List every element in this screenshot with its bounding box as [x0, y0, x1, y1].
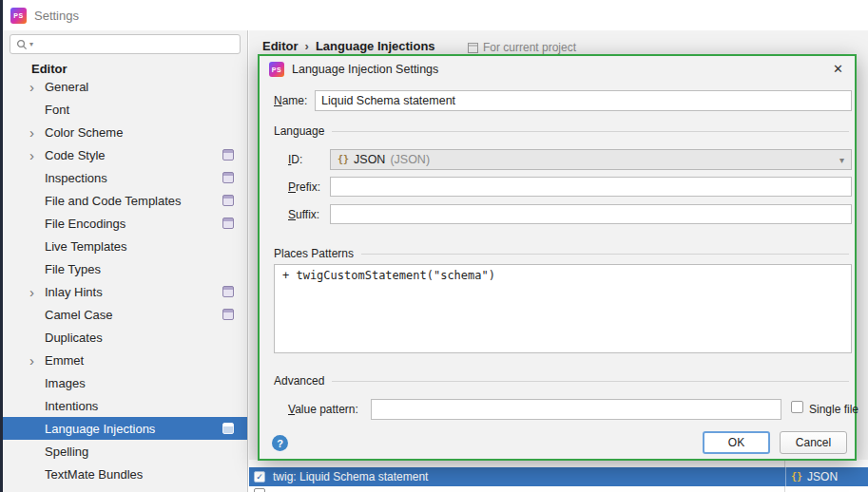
sidebar-item-inlay-hints[interactable]: ›Inlay Hints	[3, 280, 247, 303]
single-file-label: Single file	[809, 403, 858, 416]
close-icon[interactable]: ✕	[833, 62, 843, 76]
sidebar-item-duplicates[interactable]: Duplicates	[3, 326, 247, 349]
phpstorm-logo-icon: PS	[10, 8, 27, 24]
breadcrumb-separator-icon: ›	[305, 39, 309, 53]
cancel-button[interactable]: Cancel	[780, 431, 847, 454]
help-icon[interactable]: ?	[272, 435, 288, 451]
places-patterns-group-header: Places Patterns	[274, 247, 849, 260]
sidebar-item-label: TextMate Bundles	[45, 467, 234, 482]
column-divider	[784, 460, 785, 467]
sidebar-item-file-types[interactable]: File Types	[3, 257, 247, 280]
project-settings-icon	[222, 309, 234, 320]
sidebar-item-label: General	[45, 80, 234, 94]
column-divider	[784, 486, 785, 492]
breadcrumb-editor[interactable]: Editor	[262, 39, 299, 53]
scope-indicator: For current project	[468, 41, 576, 54]
injection-language-label: JSON	[807, 470, 838, 483]
places-patterns-editor[interactable]: + twigCustomStatement("schema")	[274, 264, 852, 353]
sidebar-item-label: File and Code Templates	[45, 194, 222, 208]
project-settings-icon	[222, 195, 234, 206]
name-label: Name:	[274, 94, 307, 107]
sidebar-item-code-style[interactable]: ›Code Style	[3, 143, 247, 166]
phpstorm-logo-icon: PS	[269, 62, 284, 77]
single-file-checkbox[interactable]	[791, 401, 803, 413]
id-label: ID:	[288, 153, 302, 166]
window-title: Settings	[34, 9, 79, 23]
value-pattern-input[interactable]	[371, 399, 781, 420]
sidebar-item-label: Spelling	[45, 445, 234, 459]
sidebar-item-emmet[interactable]: ›Emmet	[3, 349, 247, 371]
sidebar-item-font[interactable]: Font	[3, 98, 247, 121]
sidebar-item-label: Font	[45, 103, 234, 117]
project-settings-icon	[222, 218, 234, 229]
injection-row-selected[interactable]: ✓ twig: Liquid Schema statement {} JSON	[249, 467, 868, 486]
breadcrumb-language-injections: Language Injections	[316, 39, 435, 53]
chevron-right-icon[interactable]: ›	[29, 285, 45, 299]
sidebar-item-color-scheme[interactable]: ›Color Scheme	[3, 121, 247, 143]
sidebar-item-todo[interactable]: TODO	[3, 485, 247, 492]
chevron-right-icon[interactable]: ›	[29, 80, 45, 94]
group-divider	[361, 254, 849, 255]
injection-row-partial-bottom	[249, 486, 868, 492]
places-patterns-group-label: Places Patterns	[274, 247, 354, 260]
sidebar-section-editor[interactable]: Editor	[31, 62, 247, 77]
scope-label: For current project	[483, 41, 576, 54]
settings-search-input[interactable]: ▾	[10, 34, 241, 54]
sidebar-item-label: Camel Case	[45, 308, 222, 322]
sidebar-item-label: Emmet	[45, 353, 234, 368]
json-icon: {}	[791, 472, 802, 482]
language-id-value: JSON	[354, 153, 385, 166]
dialog-title: Language Injection Settings	[292, 63, 438, 76]
sidebar-item-images[interactable]: Images	[3, 371, 247, 394]
sidebar-item-file-encodings[interactable]: File Encodings	[3, 212, 247, 235]
sidebar-item-label: Code Style	[45, 148, 222, 162]
project-settings-icon	[222, 149, 234, 161]
breadcrumb: Editor › Language Injections	[262, 39, 435, 53]
sidebar-item-inspections[interactable]: Inspections	[3, 166, 247, 189]
checkbox-checked-icon[interactable]: ✓	[254, 471, 265, 483]
sidebar-item-label: File Types	[45, 262, 234, 276]
sidebar-item-label: Inlay Hints	[45, 285, 222, 299]
suffix-input[interactable]	[330, 204, 852, 224]
sidebar-item-file-and-code-templates[interactable]: File and Code Templates	[3, 189, 247, 212]
sidebar-item-textmate-bundles[interactable]: TextMate Bundles	[3, 463, 247, 485]
injection-row-label: twig: Liquid Schema statement	[273, 470, 428, 483]
prefix-label: Prefix:	[288, 180, 320, 194]
settings-window: PS Settings ▾ Editor ›GeneralFont›Color …	[0, 0, 868, 492]
language-id-select[interactable]: {} JSON (JSON) ▾	[330, 149, 852, 170]
chevron-down-icon: ▾	[839, 155, 844, 165]
sidebar-item-label: Intentions	[45, 399, 234, 413]
sidebar-item-language-injections[interactable]: Language Injections	[3, 417, 247, 440]
sidebar-item-live-templates[interactable]: Live Templates	[3, 235, 247, 257]
sidebar-item-general[interactable]: ›General	[3, 75, 247, 98]
sidebar-item-spelling[interactable]: Spelling	[3, 440, 247, 463]
prefix-input[interactable]	[330, 177, 852, 197]
settings-tree: ›GeneralFont›Color Scheme›Code StyleInsp…	[3, 75, 247, 492]
sidebar-item-camel-case[interactable]: Camel Case	[3, 303, 247, 326]
chevron-right-icon[interactable]: ›	[29, 148, 45, 162]
project-settings-icon	[222, 286, 234, 297]
sidebar-item-label: Live Templates	[45, 239, 234, 254]
language-group-label: Language	[274, 124, 324, 138]
project-settings-icon	[222, 172, 234, 183]
chevron-right-icon[interactable]: ›	[29, 353, 45, 368]
search-icon	[16, 39, 28, 50]
sidebar-item-label: Color Scheme	[45, 125, 234, 140]
sidebar-item-label: Images	[45, 376, 234, 390]
chevron-right-icon[interactable]: ›	[29, 125, 45, 140]
ok-button[interactable]: OK	[703, 431, 770, 454]
settings-sidebar: ▾ Editor ›GeneralFont›Color Scheme›Code …	[3, 30, 248, 492]
for-current-project-icon	[468, 43, 478, 53]
group-divider	[332, 131, 849, 132]
name-input[interactable]	[315, 90, 852, 111]
injection-language-cell: {} JSON	[785, 467, 868, 486]
sidebar-item-label: Duplicates	[45, 331, 234, 345]
checkbox-icon[interactable]	[254, 488, 265, 492]
advanced-group-label: Advanced	[274, 374, 324, 388]
language-injection-settings-dialog: PS Language Injection Settings ✕ Name: L…	[258, 54, 857, 461]
sidebar-item-intentions[interactable]: Intentions	[3, 394, 247, 417]
project-settings-icon	[222, 423, 234, 434]
language-id-dialect: (JSON)	[390, 153, 430, 166]
sidebar-item-label: Inspections	[45, 171, 222, 185]
sidebar-item-label: File Encodings	[45, 217, 222, 231]
